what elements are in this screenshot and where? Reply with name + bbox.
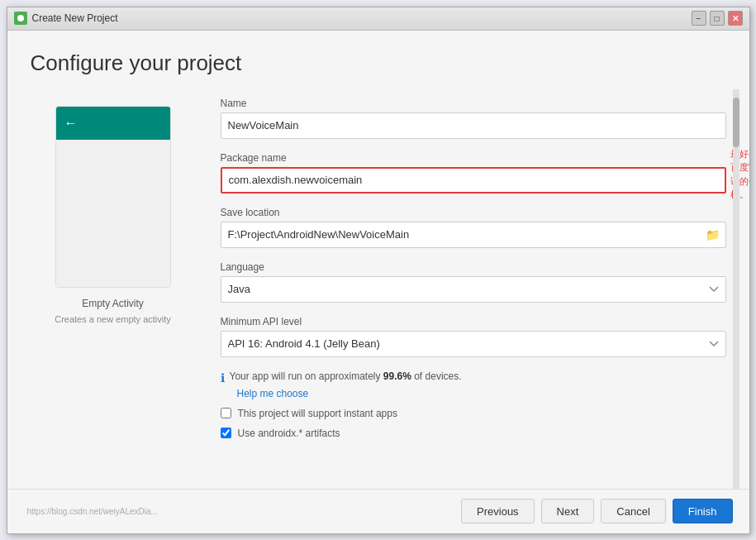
device-support-row: ℹ Your app will run on approximately 99.…: [221, 370, 726, 385]
min-api-select[interactable]: API 16: Android 4.1 (Jelly Bean): [221, 331, 726, 357]
preview-sublabel: Creates a new empty activity: [55, 314, 171, 324]
min-api-group: Minimum API level API 16: Android 4.1 (J…: [221, 316, 726, 357]
page-title: Configure your project: [31, 50, 726, 76]
cancel-button[interactable]: Cancel: [601, 499, 665, 523]
language-label: Language: [221, 261, 726, 273]
scrollbar-thumb[interactable]: [733, 98, 739, 147]
app-icon: [14, 12, 27, 25]
info-icon: ℹ: [221, 371, 225, 385]
save-location-input-wrapper: 📁: [221, 222, 726, 248]
next-button[interactable]: Next: [541, 499, 595, 523]
phone-preview-header: ←: [56, 107, 170, 140]
phone-preview: ←: [55, 106, 171, 288]
window-title: Create New Project: [32, 12, 692, 24]
save-location-label: Save location: [221, 207, 726, 218]
page-header: Configure your project: [7, 31, 749, 89]
previous-button[interactable]: Previous: [461, 499, 535, 523]
package-name-group: Package name: [221, 152, 726, 194]
name-input[interactable]: [221, 112, 726, 139]
package-name-label: Package name: [221, 152, 726, 164]
save-location-group: Save location 📁: [221, 207, 726, 248]
minimize-button[interactable]: −: [692, 11, 706, 26]
right-panel: Name Package name Save location 📁: [221, 89, 726, 439]
phone-preview-body: [56, 140, 170, 287]
androidx-label: Use androidx.* artifacts: [238, 428, 340, 439]
preview-label: Empty Activity: [82, 298, 144, 309]
footer: https://blog.csdn.net/weiyALexDia... Pre…: [7, 489, 749, 533]
back-arrow-icon: ←: [64, 116, 78, 131]
left-panel: ← Empty Activity Creates a new empty act…: [31, 89, 196, 489]
device-support-text: Your app will run on approximately 99.6%…: [230, 370, 462, 382]
save-location-input[interactable]: [221, 222, 726, 248]
instant-apps-label: This project will support instant apps: [238, 408, 397, 419]
instant-apps-checkbox[interactable]: [221, 408, 231, 418]
language-group: Language Java Kotlin: [221, 261, 726, 303]
min-api-label: Minimum API level: [221, 316, 726, 327]
svg-point-0: [17, 15, 24, 22]
content-area: Configure your project ← Empty Activity …: [7, 31, 749, 489]
close-button[interactable]: ✕: [728, 11, 743, 26]
window-controls: − □ ✕: [692, 11, 743, 26]
scrollbar-track: [733, 89, 739, 489]
instant-apps-row: This project will support instant apps: [221, 408, 726, 419]
finish-button[interactable]: Finish: [673, 499, 733, 523]
folder-icon[interactable]: 📁: [706, 228, 720, 241]
device-support-percent: 99.6%: [383, 370, 411, 382]
help-me-choose-link[interactable]: Help me choose: [237, 388, 726, 399]
main-body: ← Empty Activity Creates a new empty act…: [7, 89, 749, 489]
main-window: Create New Project − □ ✕ Configure your …: [7, 7, 750, 534]
androidx-row: Use androidx.* artifacts: [221, 428, 726, 439]
name-group: Name: [221, 98, 726, 139]
name-label: Name: [221, 98, 726, 109]
footer-note: https://blog.csdn.net/weiyALexDia...: [24, 507, 455, 516]
maximize-button[interactable]: □: [710, 11, 725, 26]
language-select[interactable]: Java Kotlin: [221, 276, 726, 303]
androidx-checkbox[interactable]: [221, 428, 231, 438]
package-name-input[interactable]: [221, 167, 726, 194]
title-bar: Create New Project − □ ✕: [7, 7, 749, 31]
